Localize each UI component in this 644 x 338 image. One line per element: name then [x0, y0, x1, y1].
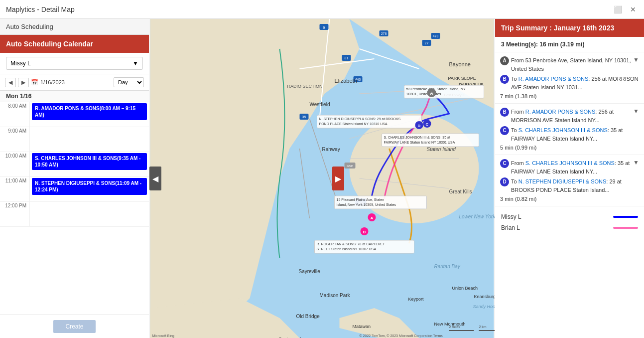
user-dropdown-value: Missy L	[10, 60, 31, 67]
event-amador-pons[interactable]: R. AMADOR PONS & SONS(8:00 AM – 9:15 AM)	[32, 103, 147, 120]
marker-c: C	[500, 126, 509, 135]
map-area[interactable]: ◀ ▶	[149, 19, 495, 338]
time-label-1100: 11:00 AM	[0, 177, 30, 201]
svg-text:D: D	[418, 124, 421, 128]
time-label-900: 9:00 AM	[0, 127, 30, 152]
svg-text:Old Bridge: Old Bridge	[296, 314, 320, 319]
calendar-body: 8:00 AM R. AMADOR PONS & SONS(8:00 AM – …	[0, 102, 149, 315]
calendar-icon: 📅	[31, 79, 38, 86]
time-slot-1200: 12:00 PM	[0, 202, 149, 227]
legend-brian-line	[613, 227, 638, 229]
segment-ab-from: A From 53 Penbroke Ave, Staten Island, N…	[500, 56, 633, 73]
svg-text:Union Beach: Union Beach	[452, 286, 478, 291]
svg-text:2 km: 2 km	[479, 325, 487, 329]
expand-button[interactable]: ⬜	[612, 4, 624, 14]
time-content-1000: S. CHARLES JOHNSON III & SONS(9:35 AM - …	[30, 152, 149, 176]
svg-text:Sayreville: Sayreville	[299, 269, 321, 274]
legend-section: Missy L Brian L	[495, 208, 644, 240]
prev-date-button[interactable]: ◀	[5, 78, 16, 87]
svg-text:POND PLACE Staten Island NY 10: POND PLACE Staten Island NY 10310 USA	[319, 122, 388, 126]
segment-ab-to: B To R. AMADOR PONS & SONS: 256 at MORRI…	[500, 75, 639, 91]
svg-text:C: C	[426, 122, 429, 127]
event-digiuseppi-sons[interactable]: N. STEPHEN DIGIUSEPPI & SONS(11:09 AM - …	[32, 178, 147, 195]
event-johnson-sons[interactable]: S. CHARLES JOHNSON III & SONS(9:35 AM - …	[32, 153, 147, 170]
user-dropdown[interactable]: Missy L ▼	[6, 57, 143, 70]
segment-bc-from: B From R. AMADOR PONS & SONS: 256 at MOR…	[500, 108, 633, 124]
svg-text:81: 81	[345, 56, 349, 60]
svg-text:9: 9	[323, 26, 325, 29]
svg-text:Lower New York Bay: Lower New York Bay	[459, 214, 495, 219]
title-bar-controls: ⬜ ✕	[612, 4, 638, 14]
segment-bc-from-text: From R. AMADOR PONS & SONS: 256 at MORRI…	[511, 108, 633, 124]
date-display: 📅 1/16/2023	[31, 79, 112, 86]
svg-text:© 2022 TomTom, © 2023 Microsof: © 2022 TomTom, © 2023 Microsoft Corporat…	[360, 334, 443, 338]
segment-ab-duration: 7 min (1.38 mi)	[500, 93, 639, 99]
segment-cd-from: C From S. CHARLES JOHNSON III & SONS: 35…	[500, 159, 633, 175]
segment-bc-to-text: To S. CHARLES JOHNSON III & SONS: 35 at …	[511, 126, 639, 143]
title-bar: Maplytics - Detail Map ⬜ ✕	[0, 0, 644, 19]
segment-bc-duration: 5 min (0.99 mi)	[500, 145, 639, 151]
segment-ab-from-text: From 53 Penbroke Ave, Staten Island, NY …	[511, 56, 633, 73]
segment-ab-to-text: To R. AMADOR PONS & SONS: 256 at MORRISO…	[511, 75, 639, 91]
segment-cd-expand[interactable]: ▼	[633, 159, 639, 166]
calendar-header: Auto Scheduling Calendar	[0, 35, 149, 53]
segment-bc-to-link[interactable]: S. CHARLES JOHNSON III & SONS	[518, 127, 608, 133]
time-label-800: 8:00 AM	[0, 102, 30, 127]
legend-item-brian: Brian L	[501, 224, 638, 231]
svg-text:D: D	[363, 230, 366, 234]
segment-ab-expand[interactable]: ▼	[633, 56, 639, 63]
time-slot-1000: 10:00 AM S. CHARLES JOHNSON III & SONS(9…	[0, 152, 149, 177]
calendar-header-title: Auto Scheduling Calendar	[6, 40, 93, 48]
date-nav: ◀ ▶ 📅 1/16/2023 Day Week Month	[0, 74, 149, 91]
time-slot-900: 9:00 AM	[0, 127, 149, 152]
segment-bc-expand[interactable]: ▼	[633, 108, 639, 115]
time-content-1200	[30, 202, 149, 226]
view-mode-select[interactable]: Day Week Month	[114, 77, 144, 87]
trip-segment-ab: ▼ A From 53 Penbroke Ave, Staten Island,…	[495, 52, 644, 104]
svg-text:15 Pleasant Plains Ave, Staten: 15 Pleasant Plains Ave, Staten	[337, 198, 385, 201]
right-panel: Trip Summary : January 16th 2023 3 Meeti…	[495, 19, 644, 338]
svg-text:Westfield: Westfield	[310, 102, 330, 107]
segment-cd-from-text: From S. CHARLES JOHNSON III & SONS: 35 a…	[511, 159, 633, 175]
trip-summary-header: Trip Summary : January 16th 2023	[495, 19, 644, 37]
segment-cd-to-link[interactable]: N. STEPHEN DIGIUSEPPI & SONS	[518, 178, 607, 184]
svg-text:53 Penbroke Ave, Staten Island: 53 Penbroke Ave, Staten Island, NY	[406, 87, 466, 91]
legend-brian-label: Brian L	[501, 224, 520, 231]
segment-cd-duration: 3 min (0.82 mi)	[500, 196, 639, 202]
segment-cd-from-link[interactable]: S. CHARLES JOHNSON III & SONS	[525, 160, 615, 166]
svg-text:27: 27	[425, 41, 429, 45]
svg-text:35: 35	[302, 115, 306, 119]
svg-text:Elizabeth: Elizabeth	[335, 78, 357, 84]
close-button[interactable]: ✕	[628, 4, 638, 14]
segment-ab-to-link[interactable]: R. AMADOR PONS & SONS	[518, 76, 589, 82]
chevron-down-icon: ▼	[132, 60, 138, 67]
map-svg: 9 81 278 478 440 440 GSP 35 27 Elizabeth…	[149, 19, 495, 338]
segment-bc-from-link[interactable]: R. AMADOR PONS & SONS	[525, 109, 596, 115]
map-nav-left-button[interactable]: ◀	[149, 167, 161, 190]
svg-text:STREET Staten Island NY 10307 : STREET Staten Island NY 10307 USA	[317, 247, 377, 251]
create-button[interactable]: Create	[53, 320, 95, 333]
trip-segment-cd: ▼ C From S. CHARLES JOHNSON III & SONS: …	[495, 155, 644, 206]
svg-text:2 miles: 2 miles	[449, 325, 461, 329]
marker-d: D	[500, 177, 509, 186]
svg-text:A: A	[430, 91, 433, 96]
auto-scheduling-header: Auto Scheduling	[0, 19, 149, 35]
date-value: 1/16/2023	[40, 79, 65, 85]
svg-text:Bayonne: Bayonne	[449, 61, 471, 67]
user-selector: Missy L ▼	[0, 53, 149, 74]
svg-text:A: A	[371, 216, 374, 220]
svg-text:FAIRWAY LANE Staten Island NY : FAIRWAY LANE Staten Island NY 10301 USA	[384, 141, 455, 144]
map-nav-right-button[interactable]: ▶	[332, 167, 344, 190]
svg-text:Rahway: Rahway	[322, 147, 340, 152]
svg-text:PARK SLOPE: PARK SLOPE	[448, 76, 476, 81]
svg-text:478: 478	[433, 34, 439, 38]
legend-missy-label: Missy L	[501, 213, 521, 220]
segment-cd-to-text: To N. STEPHEN DIGIUSEPPI & SONS: 29 at B…	[511, 177, 639, 194]
svg-text:Great Kills: Great Kills	[449, 189, 472, 194]
next-date-button[interactable]: ▶	[18, 78, 29, 87]
left-panel: Auto Scheduling Auto Scheduling Calendar…	[0, 19, 149, 338]
day-label: Mon 1/16	[0, 91, 149, 102]
svg-text:278: 278	[381, 32, 387, 35]
marker-c2: C	[500, 159, 509, 168]
time-content-900	[30, 127, 149, 152]
